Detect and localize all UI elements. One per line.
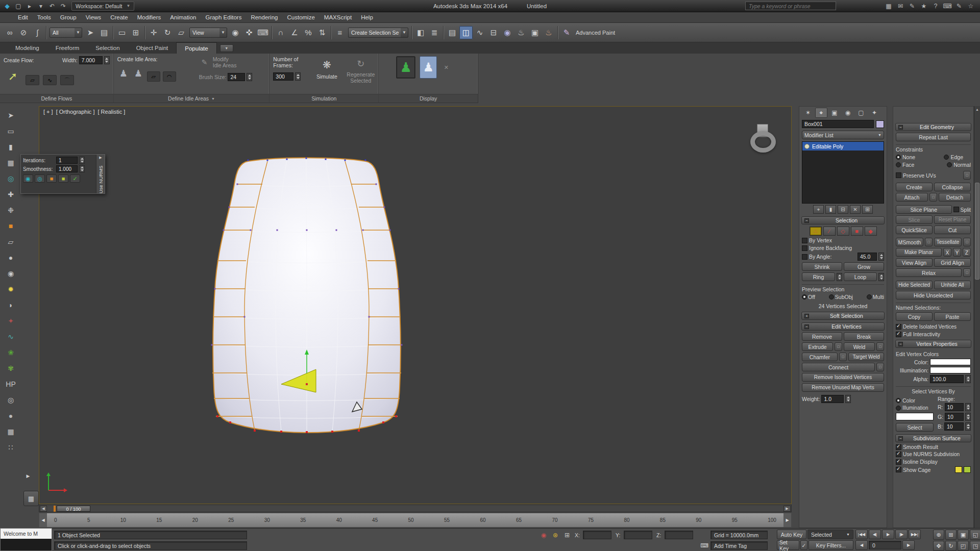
extrude-button[interactable]: Extrude [802, 342, 833, 351]
caddy-apply-icon[interactable]: ✓ [70, 174, 80, 183]
ring-tool-icon[interactable]: ◎ [3, 393, 18, 407]
caddy-lime-icon[interactable]: ■ [58, 174, 68, 183]
time-slider[interactable]: ◀ 0 / 100 ▶ [39, 505, 792, 512]
select-and-scale-icon[interactable]: ▱ [175, 26, 188, 39]
select-and-rotate-icon[interactable]: ↻ [161, 26, 174, 39]
keyboard-icon[interactable]: ⌨ [942, 2, 952, 11]
paste-button[interactable]: Paste [934, 312, 971, 321]
weld-button[interactable]: Weld [844, 342, 875, 351]
menu-modifiers[interactable]: Modifiers [133, 12, 166, 23]
swift-loop-icon[interactable]: ✚ [3, 187, 18, 201]
menu-graph-editors[interactable]: Graph Editors [201, 12, 246, 23]
graphite-ribbon-toggle-icon[interactable]: ◫ [459, 26, 473, 39]
trackbar-right-button[interactable]: ▶ [783, 513, 791, 527]
star-icon[interactable]: ☆ [966, 2, 976, 11]
zoom-all-icon[interactable]: ⊞ [945, 530, 957, 540]
communication-center-icon[interactable]: ✉ [895, 2, 905, 11]
flow-ramp-icon[interactable]: ▱ [26, 75, 39, 85]
show-end-result-icon[interactable]: ▮ [825, 205, 836, 214]
go-to-end-button[interactable]: ▶▶| [909, 530, 921, 539]
slider-left-arrow[interactable]: ◀ [40, 506, 47, 512]
grid-align-button[interactable]: Grid Align [934, 258, 971, 267]
attach-button[interactable]: Attach [896, 193, 928, 202]
keyboard-override-icon[interactable]: ⌨ [256, 26, 270, 39]
remove-modifier-icon[interactable]: ✕ [850, 205, 861, 214]
select-and-link-icon[interactable]: ∞ [3, 26, 16, 39]
flow-width-field[interactable]: 7.000 [79, 56, 103, 64]
select-tool-icon[interactable]: ➤ [3, 108, 18, 122]
selection-lock-icon[interactable]: ⊛ [551, 531, 560, 539]
shrink-button[interactable]: Shrink [802, 262, 842, 271]
window-crossing-icon[interactable]: ⊞ [129, 26, 142, 39]
key-filters-button[interactable]: Key Filters... [808, 540, 853, 550]
display-tab-icon[interactable]: ▢ [855, 108, 867, 118]
zoom-region-icon[interactable]: ◰ [958, 541, 969, 551]
menu-group[interactable]: Group [56, 12, 81, 23]
menu-rendering[interactable]: Rendering [246, 12, 282, 23]
display-footer[interactable]: Display [379, 94, 478, 103]
named-selection-set-combo[interactable]: Create Selection Se▼ [348, 28, 408, 38]
remove-unused-map-verts-button[interactable]: Remove Unused Map Verts [802, 383, 884, 392]
edit-geometry-rollout-header[interactable]: − Edit Geometry [895, 123, 971, 131]
loop-spinner[interactable] [878, 273, 884, 281]
smoothness-field[interactable]: 1.000 [56, 165, 78, 172]
loop-tool-icon[interactable]: ◎ [3, 171, 18, 185]
grow-button[interactable]: Grow [844, 262, 884, 271]
set-key-check-icon[interactable]: ✓ [800, 540, 807, 550]
modifier-stack[interactable]: Editable Poly [802, 141, 884, 204]
define-idle-areas-footer[interactable]: Define Idle Areas ▼ [114, 94, 270, 103]
spinner-snap-icon[interactable]: ⇅ [315, 26, 329, 39]
flow-width-spinner[interactable] [104, 56, 110, 64]
cage-color-swatch[interactable] [955, 466, 962, 473]
select-color-swatch[interactable] [896, 413, 934, 420]
planar-y-button[interactable]: Y [953, 248, 961, 257]
preview-subobj-radio[interactable] [829, 294, 834, 299]
use-nurms-strip[interactable]: ▶ Use NURMS [96, 155, 105, 193]
zoom-extents-all-icon[interactable]: ◱ [970, 530, 980, 540]
viewport[interactable]: [ + ] [ Orthographic ] [ Realistic ] [39, 106, 792, 504]
select-and-manipulate-icon[interactable]: ✜ [242, 26, 256, 39]
full-interactivity-checkbox[interactable] [896, 332, 901, 337]
by-angle-checkbox[interactable] [802, 254, 807, 260]
menu-edit[interactable]: Edit [13, 12, 33, 23]
loop-button[interactable]: Loop [844, 272, 877, 281]
select-by-color-radio[interactable] [896, 398, 901, 403]
current-frame-field[interactable]: 0 [869, 541, 901, 549]
flow-s-ramp-icon[interactable]: ∿ [43, 75, 57, 85]
edit-vertices-rollout-header[interactable]: − Edit Vertices [801, 322, 885, 331]
remove-button[interactable]: Remove [802, 332, 842, 341]
tab-populate[interactable]: Populate [176, 42, 216, 54]
search-go-icon[interactable]: ▦ [884, 2, 894, 11]
range-g-field[interactable]: 10 [945, 413, 964, 421]
smoothness-spinner[interactable] [79, 165, 85, 172]
vertex-color-swatch[interactable] [930, 359, 971, 365]
object-color-swatch[interactable] [876, 120, 884, 128]
time-slider-handle[interactable]: 0 / 100 [57, 506, 90, 512]
pen-icon[interactable]: ✎ [954, 2, 964, 11]
preview-off-radio[interactable] [802, 294, 807, 299]
menu-tools[interactable]: Tools [33, 12, 56, 23]
selection-filter-dropdown[interactable]: All▼ [50, 28, 82, 38]
menu-customize[interactable]: Customize [282, 12, 319, 23]
repeat-last-button[interactable]: Repeat Last [896, 133, 971, 141]
search-input[interactable] [746, 3, 836, 9]
ring-spinner[interactable] [837, 273, 842, 281]
idle-area-arc-icon[interactable]: ◠ [163, 71, 176, 82]
play-button[interactable]: ▶ [882, 530, 894, 539]
caddy-orange-icon[interactable]: ■ [46, 174, 57, 183]
mirror-icon[interactable]: ◧ [414, 26, 427, 39]
idle-person-icon[interactable]: ♟ [117, 65, 130, 82]
align-icon[interactable]: ≣ [428, 26, 441, 39]
range-b-field[interactable]: 10 [944, 422, 964, 431]
z-coord-field[interactable] [665, 531, 693, 539]
break-button[interactable]: Break [844, 332, 884, 341]
subdivision-surface-rollout-header[interactable]: − Subdivision Surface [895, 434, 971, 442]
slice-plane-button[interactable]: Slice Plane [896, 205, 952, 214]
extrude-settings-button[interactable]: □ [835, 342, 842, 351]
viewport-menu-general[interactable]: [ + ] [43, 109, 53, 115]
stack-bulb-icon[interactable] [804, 144, 810, 149]
select-object-icon[interactable]: ➤ [84, 26, 97, 39]
menu-animation[interactable]: Animation [165, 12, 201, 23]
preserve-uvs-settings-button[interactable]: □ [963, 171, 971, 180]
polygon-subobject-icon[interactable]: ■ [851, 227, 863, 236]
